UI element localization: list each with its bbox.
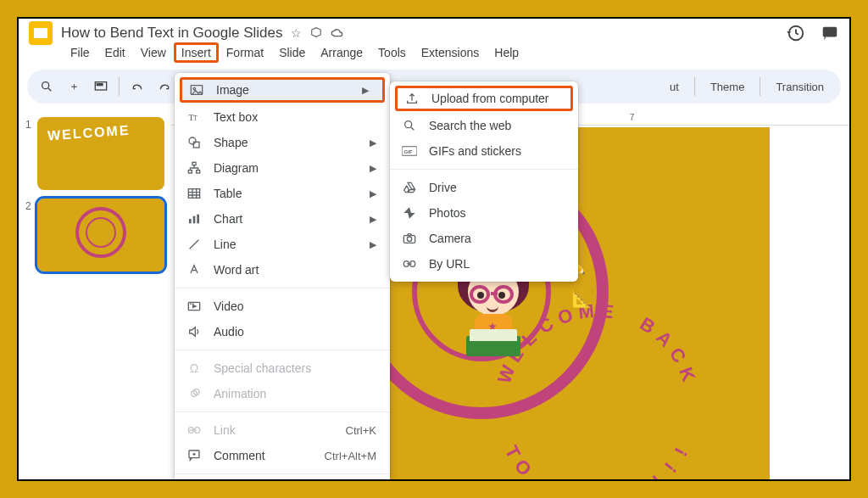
insert-video[interactable]: Video — [175, 294, 390, 319]
audio-icon — [186, 325, 202, 339]
theme-button[interactable]: Theme — [702, 81, 753, 93]
background-button[interactable]: ut — [661, 81, 687, 93]
photos-icon — [402, 206, 417, 220]
omega-icon: Ω — [186, 361, 202, 375]
label: Animation — [214, 387, 266, 400]
image-drive[interactable]: Drive — [390, 175, 578, 200]
link-icon — [402, 260, 417, 268]
thumb-number: 2 — [25, 199, 37, 212]
gif-icon: GIF — [402, 146, 417, 156]
label: Drive — [429, 181, 457, 194]
svg-point-25 — [405, 121, 412, 128]
title-icons: ☆ — [291, 26, 344, 40]
menu-help[interactable]: Help — [487, 42, 526, 63]
menu-view[interactable]: View — [133, 42, 174, 63]
image-gifs[interactable]: GIF GIFs and stickers — [390, 138, 578, 164]
textbox-icon: TT — [186, 111, 202, 123]
svg-point-18 — [191, 304, 192, 305]
label: Camera — [429, 232, 471, 245]
insert-line[interactable]: Line▶ — [175, 232, 390, 257]
label: GIFs and stickers — [429, 144, 521, 158]
label: Audio — [214, 325, 244, 339]
menu-format[interactable]: Format — [219, 42, 271, 63]
image-submenu: Upload from computer Search the web GIF … — [390, 81, 578, 282]
insert-wordart[interactable]: Word art — [175, 257, 390, 283]
comments-icon[interactable] — [821, 24, 839, 42]
shape-icon — [186, 136, 202, 149]
insert-comment[interactable]: Comment Ctrl+Alt+M — [175, 443, 390, 468]
link-icon — [186, 426, 202, 434]
table-icon — [186, 187, 202, 199]
slide-thumbnail-2[interactable] — [37, 199, 164, 271]
camera-icon — [402, 232, 417, 244]
insert-link: Link Ctrl+K — [175, 417, 390, 443]
menu-slide[interactable]: Slide — [271, 42, 313, 63]
undo-icon[interactable] — [126, 76, 148, 98]
slides-logo[interactable] — [29, 21, 53, 45]
line-icon — [186, 238, 202, 251]
label: Word art — [214, 263, 259, 277]
label: Special characters — [214, 361, 311, 375]
image-byurl[interactable]: By URL — [390, 251, 578, 277]
video-icon — [186, 300, 202, 312]
app-frame: How to Bend Text in Google Slides ☆ File… — [17, 17, 851, 481]
svg-rect-12 — [197, 171, 200, 173]
ruler-icon: 📐 — [571, 288, 593, 309]
drive-icon — [402, 182, 417, 193]
insert-newslide[interactable]: ＋ New slide Ctrl+M — [175, 479, 390, 481]
history-icon[interactable] — [787, 24, 805, 42]
insert-image[interactable]: Image▶ — [180, 77, 385, 103]
new-slide-button[interactable]: ＋ — [63, 76, 85, 98]
star-icon[interactable]: ☆ — [291, 26, 302, 40]
svg-point-8 — [189, 137, 196, 144]
label: Image — [216, 83, 249, 97]
svg-rect-16 — [197, 215, 199, 224]
image-search[interactable]: Search the web — [390, 113, 578, 138]
image-upload[interactable]: Upload from computer — [395, 86, 573, 111]
insert-textbox[interactable]: TT Text box — [175, 104, 390, 130]
redo-icon[interactable] — [153, 76, 175, 98]
menu-bar: File Edit View Insert Format Slide Arran… — [19, 41, 849, 64]
label: Upload from computer — [431, 92, 549, 105]
upload-icon — [404, 92, 420, 105]
search-icon[interactable] — [36, 76, 58, 98]
insert-audio[interactable]: Audio — [175, 319, 390, 344]
svg-point-19 — [192, 304, 193, 305]
insert-animation: Animation — [175, 381, 390, 406]
label: Shape — [214, 136, 248, 149]
svg-point-1 — [42, 82, 49, 89]
svg-rect-15 — [193, 216, 196, 224]
layout-icon[interactable] — [90, 76, 112, 98]
svg-text:T: T — [193, 115, 198, 122]
thumb-number: 1 — [25, 117, 37, 131]
document-title[interactable]: How to Bend Text in Google Slides — [61, 25, 282, 42]
cloud-icon[interactable] — [331, 26, 344, 40]
menu-arrange[interactable]: Arrange — [313, 42, 370, 63]
menu-extensions[interactable]: Extensions — [414, 42, 487, 63]
label: Link — [214, 423, 236, 437]
insert-table[interactable]: Table▶ — [175, 181, 390, 206]
menu-tools[interactable]: Tools — [370, 42, 414, 63]
move-icon[interactable] — [310, 26, 322, 40]
menu-file[interactable]: File — [63, 42, 97, 63]
insert-shape[interactable]: Shape▶ — [175, 130, 390, 155]
thumb1-text: WELCOME — [47, 123, 131, 144]
slide-thumbnail-1[interactable]: WELCOME — [37, 117, 164, 190]
insert-diagram[interactable]: Diagram▶ — [175, 155, 390, 181]
svg-point-29 — [407, 237, 411, 241]
animation-icon — [186, 387, 202, 400]
svg-rect-0 — [823, 27, 837, 37]
svg-point-5 — [193, 87, 196, 90]
label: Table — [214, 187, 242, 200]
svg-rect-3 — [97, 84, 103, 86]
menu-insert[interactable]: Insert — [174, 42, 219, 63]
transition-button[interactable]: Transition — [767, 81, 832, 93]
svg-rect-14 — [189, 219, 192, 223]
image-icon — [189, 84, 204, 96]
image-camera[interactable]: Camera — [390, 226, 578, 251]
insert-dropdown: Image▶ TT Text box Shape▶ Diagram▶ Table… — [175, 73, 390, 481]
title-bar: How to Bend Text in Google Slides ☆ — [19, 19, 849, 41]
menu-edit[interactable]: Edit — [97, 42, 133, 63]
insert-chart[interactable]: Chart▶ — [175, 206, 390, 232]
image-photos[interactable]: Photos — [390, 200, 578, 226]
